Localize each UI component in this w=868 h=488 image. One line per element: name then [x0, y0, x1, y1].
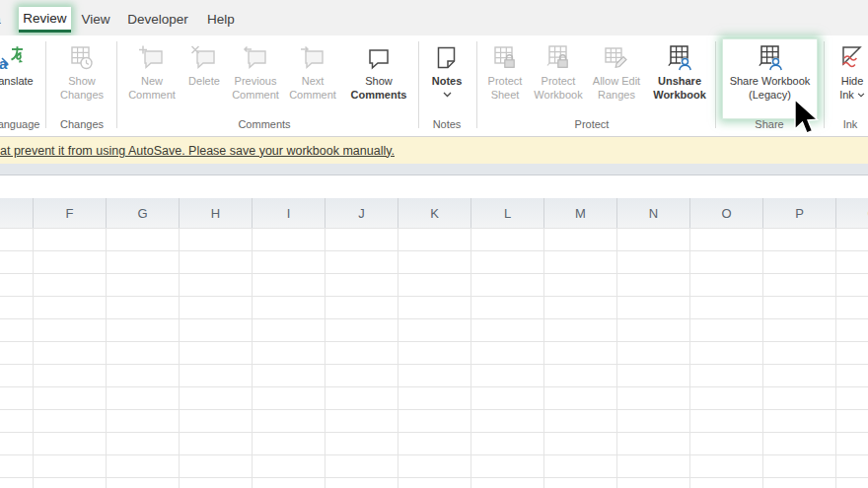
- column-header-partial[interactable]: [0, 198, 34, 228]
- previous-comment-label-1: Previous: [235, 75, 277, 89]
- workbook-person-icon: [665, 41, 694, 75]
- excel-window: a Review View Developer Help a: [0, 0, 868, 488]
- delete-comment-button: Delete: [181, 39, 227, 130]
- hide-ink-label-2: Ink: [839, 89, 865, 103]
- column-header-f[interactable]: F: [34, 198, 107, 228]
- group-label-protect: Protect: [556, 116, 627, 132]
- new-comment-icon: [137, 41, 167, 75]
- column-header-l[interactable]: L: [471, 198, 544, 228]
- show-comments-icon: [364, 41, 394, 75]
- new-comment-label-2: Comment: [128, 89, 176, 103]
- tab-developer[interactable]: Developer: [124, 7, 191, 33]
- previous-comment-label-2: Comment: [232, 89, 279, 103]
- column-header-n[interactable]: N: [617, 198, 690, 228]
- protect-sheet-label-2: Sheet: [491, 89, 520, 103]
- tab-review[interactable]: Review: [19, 7, 71, 33]
- sheet-lock-icon: [490, 41, 520, 75]
- column-header-o[interactable]: O: [690, 198, 763, 228]
- show-comments-label-2: Comments: [351, 89, 407, 103]
- column-header-i[interactable]: I: [253, 198, 326, 228]
- tab-data-partial[interactable]: a: [0, 7, 8, 33]
- chevron-down-icon: [443, 92, 452, 98]
- group-label-changes: Changes: [46, 116, 117, 132]
- hide-ink-icon: [837, 41, 867, 75]
- column-header-p[interactable]: P: [763, 198, 836, 228]
- unshare-workbook-button[interactable]: Unshare Workbook: [649, 39, 710, 130]
- ribbon: a Translate Show Changes: [0, 35, 868, 137]
- allow-edit-ranges-label-1: Allow Edit: [593, 75, 640, 89]
- next-comment-label-1: Next: [302, 75, 325, 89]
- translate-icon: a: [0, 41, 26, 75]
- column-header-k[interactable]: K: [398, 198, 471, 228]
- delete-comment-label: Delete: [188, 75, 220, 89]
- sheet-pencil-icon: [602, 41, 631, 75]
- mouse-cursor: [793, 99, 827, 140]
- protect-sheet-button: Protect Sheet: [479, 39, 531, 130]
- group-label-language: Language: [0, 116, 51, 132]
- group-separator: [418, 41, 419, 128]
- tab-view[interactable]: View: [77, 7, 114, 33]
- column-header-j[interactable]: J: [326, 198, 398, 228]
- autosave-message-bar: at prevent it from using AutoSave. Pleas…: [0, 137, 868, 164]
- allow-edit-ranges-label-2: Ranges: [598, 89, 635, 103]
- ribbon-tab-bar: a Review View Developer Help: [0, 0, 868, 35]
- show-comments-button[interactable]: Show Comments: [347, 39, 410, 130]
- share-workbook-legacy-label-2: (Legacy): [749, 89, 791, 103]
- translate-label: Translate: [0, 75, 34, 89]
- new-comment-label-1: New: [141, 75, 163, 89]
- column-header-g[interactable]: G: [107, 198, 180, 228]
- share-workbook-legacy-label-1: Share Workbook: [730, 75, 811, 89]
- delete-comment-icon: [189, 41, 219, 75]
- previous-comment-icon: [241, 41, 270, 75]
- show-changes-label-1: Show: [68, 75, 96, 89]
- formula-bar-separator: [0, 164, 868, 175]
- formula-bar[interactable]: [0, 175, 868, 198]
- hide-ink-label-text: Ink: [839, 89, 854, 103]
- new-comment-button: New Comment: [120, 39, 183, 130]
- column-header-row: F G H I J K L M N O P Q: [0, 198, 868, 229]
- tab-help[interactable]: Help: [203, 7, 239, 33]
- group-separator: [476, 41, 477, 128]
- notes-icon: [432, 41, 462, 75]
- group-separator: [45, 41, 46, 128]
- workbook-lock-icon: [543, 41, 573, 75]
- next-comment-icon: [298, 41, 327, 75]
- hide-ink-label-1: Hide: [841, 75, 864, 89]
- unshare-workbook-label-2: Workbook: [653, 89, 706, 103]
- notes-label: Notes: [432, 75, 463, 89]
- protect-workbook-label-1: Protect: [542, 75, 576, 89]
- group-label-comments: Comments: [229, 116, 300, 132]
- show-comments-label-1: Show: [365, 75, 393, 89]
- show-changes-label-2: Changes: [60, 89, 104, 103]
- worksheet-grid[interactable]: T TEMPLATE.NET: [0, 228, 868, 488]
- group-separator: [116, 41, 117, 128]
- unshare-workbook-label-1: Unshare: [658, 75, 701, 89]
- column-header-q[interactable]: Q: [836, 198, 868, 228]
- chevron-down-icon: [857, 93, 865, 98]
- protect-sheet-label-1: Protect: [488, 75, 523, 89]
- autosave-message-link[interactable]: at prevent it from using AutoSave. Pleas…: [0, 144, 395, 158]
- share-workbook-icon: [756, 41, 785, 75]
- group-separator: [715, 41, 716, 128]
- protect-workbook-label-2: Workbook: [534, 89, 582, 103]
- group-label-notes: Notes: [411, 116, 482, 132]
- column-header-h[interactable]: H: [180, 198, 253, 228]
- column-header-m[interactable]: M: [544, 198, 617, 228]
- sheet-clock-icon: [67, 41, 97, 75]
- next-comment-label-2: Comment: [289, 89, 336, 103]
